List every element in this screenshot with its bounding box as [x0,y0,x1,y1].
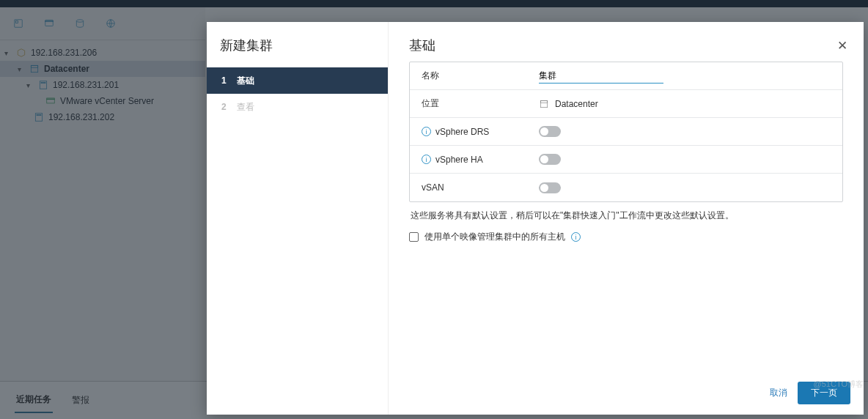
info-icon[interactable]: i [422,155,431,164]
datacenter-icon [539,99,549,109]
wizard-content: 基础 ✕ 名称 位置 Datacenter i vSphere DRS [389,22,864,415]
row-ha: i vSphere HA [410,146,842,174]
wizard-step-1[interactable]: 1 基础 [207,67,388,94]
wizard-step-2: 2 查看 [207,94,388,120]
close-icon[interactable]: ✕ [837,38,847,53]
single-image-label: 使用单个映像管理集群中的所有主机 [424,231,565,243]
ha-toggle[interactable] [539,154,561,165]
wizard-title: 新建集群 [207,22,388,67]
step-1-label: 基础 [237,75,254,87]
section-title: 基础 [409,37,843,54]
svg-rect-14 [540,100,547,107]
info-icon[interactable]: i [571,232,581,242]
row-name: 名称 [410,62,842,90]
cluster-name-input[interactable] [539,68,663,84]
helper-text: 这些服务将具有默认设置，稍后可以在"集群快速入门"工作流中更改这些默认设置。 [411,210,842,222]
drs-label: vSphere DRS [435,127,489,137]
vsan-toggle[interactable] [539,182,561,193]
row-location: 位置 Datacenter [410,90,842,118]
single-image-row: 使用单个映像管理集群中的所有主机 i [409,231,843,243]
name-label: 名称 [422,70,439,82]
row-vsan: vSAN [410,174,842,201]
cancel-button[interactable]: 取消 [770,387,787,399]
drs-toggle[interactable] [539,126,561,137]
svg-rect-15 [540,100,547,103]
wizard-steps-panel: 新建集群 1 基础 2 查看 [207,22,389,415]
next-button[interactable]: 下一页 [798,382,850,404]
vsan-label: vSAN [422,182,444,193]
step-2-label: 查看 [237,101,254,114]
row-drs: i vSphere DRS [410,118,842,146]
location-value: Datacenter [555,99,598,109]
step-1-number: 1 [221,75,227,86]
cluster-form: 名称 位置 Datacenter i vSphere DRS [409,62,843,202]
new-cluster-modal: 新建集群 1 基础 2 查看 基础 ✕ 名称 位置 Datacenter [207,22,864,415]
info-icon[interactable]: i [422,127,431,136]
single-image-checkbox[interactable] [409,232,419,242]
location-label: 位置 [422,97,439,110]
modal-footer: 取消 下一页 [770,382,850,404]
step-2-number: 2 [221,102,227,112]
ha-label: vSphere HA [435,155,483,165]
